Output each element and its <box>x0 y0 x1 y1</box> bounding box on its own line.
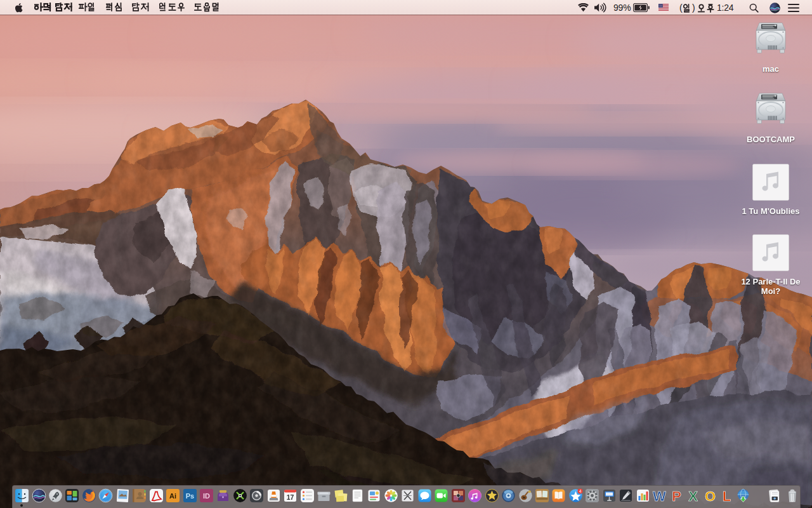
svg-text:P: P <box>672 488 681 503</box>
svg-text:17: 17 <box>287 493 294 501</box>
svg-text:X: X <box>688 488 698 503</box>
svg-text:L: L <box>723 488 731 503</box>
svg-text:4: 4 <box>579 489 582 493</box>
svg-text:W: W <box>653 488 666 503</box>
svg-text:Ps: Ps <box>185 492 193 500</box>
svg-text:ID: ID <box>203 492 210 500</box>
svg-text:Ai: Ai <box>169 492 176 500</box>
svg-text:O: O <box>704 488 715 503</box>
